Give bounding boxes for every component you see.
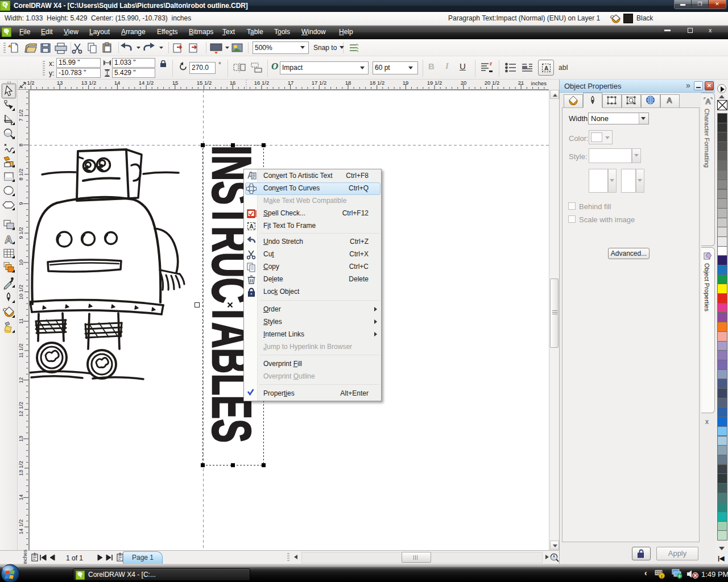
svg-text:8 1/2: 8 1/2 xyxy=(18,168,24,180)
svg-text:17 1/2: 17 1/2 xyxy=(312,80,326,86)
svg-text:19: 19 xyxy=(403,80,409,86)
svg-text:18 1/2: 18 1/2 xyxy=(370,80,384,86)
svg-text:14: 14 xyxy=(18,494,24,501)
svg-text:8: 8 xyxy=(18,143,24,146)
svg-text:A: A xyxy=(705,97,711,106)
svg-text:A: A xyxy=(544,65,548,72)
svg-text:20 1/2: 20 1/2 xyxy=(485,80,499,86)
svg-text:A: A xyxy=(667,96,672,105)
svg-text:inches: inches xyxy=(531,80,547,86)
svg-text:17: 17 xyxy=(288,80,294,86)
svg-text:9: 9 xyxy=(18,202,24,205)
svg-text:!: ! xyxy=(661,574,663,579)
svg-text:16: 16 xyxy=(230,80,236,86)
svg-text:11: 11 xyxy=(18,318,24,324)
svg-text:13: 13 xyxy=(57,80,63,86)
svg-text:1/2: 1/2 xyxy=(27,80,34,86)
svg-text:14 1/2: 14 1/2 xyxy=(18,519,24,534)
svg-text:13 1/2: 13 1/2 xyxy=(81,80,96,86)
svg-text:A: A xyxy=(5,234,13,246)
svg-text:14: 14 xyxy=(114,80,121,86)
svg-text:10: 10 xyxy=(18,260,24,266)
svg-text:21: 21 xyxy=(518,80,524,86)
svg-text:9 1/2: 9 1/2 xyxy=(18,227,24,239)
svg-text:11 1/2: 11 1/2 xyxy=(18,343,24,358)
svg-text:13 1/2: 13 1/2 xyxy=(18,461,24,476)
svg-text:A: A xyxy=(249,223,253,230)
svg-text:19 1/2: 19 1/2 xyxy=(427,80,442,86)
svg-text:12 1/2: 12 1/2 xyxy=(18,402,24,417)
svg-text:12: 12 xyxy=(18,377,24,384)
svg-text:16 1/2: 16 1/2 xyxy=(254,80,269,86)
svg-text:10 1/2: 10 1/2 xyxy=(18,285,24,300)
svg-text:7 1/2: 7 1/2 xyxy=(18,109,24,121)
svg-text:14 1/2: 14 1/2 xyxy=(139,80,154,86)
svg-text:13: 13 xyxy=(18,436,24,442)
svg-text:1 of 1: 1 of 1 xyxy=(66,554,83,562)
svg-text:18: 18 xyxy=(345,80,351,86)
svg-text:15: 15 xyxy=(172,80,179,86)
svg-text:15 1/2: 15 1/2 xyxy=(197,80,212,86)
svg-text:20: 20 xyxy=(461,80,467,86)
